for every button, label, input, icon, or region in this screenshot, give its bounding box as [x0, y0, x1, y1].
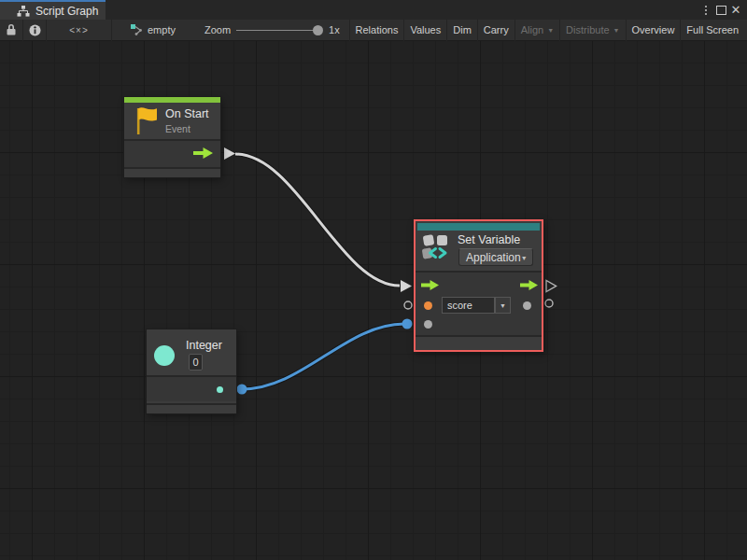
close-icon[interactable]: ✕ — [728, 0, 743, 20]
code-icon: <×> — [69, 25, 89, 35]
lock-button[interactable] — [0, 20, 23, 41]
flow-out-arrow-icon[interactable] — [520, 280, 538, 290]
integer-value-out-port[interactable] — [237, 385, 247, 395]
event-color-strip — [124, 97, 220, 103]
dim-button[interactable]: Dim — [446, 20, 477, 41]
setvariable-value-in-port[interactable] — [402, 319, 413, 329]
node-set-variable[interactable]: Set Variable Application ▼ score ▼ — [414, 219, 543, 352]
window-controls: ✕ — [698, 0, 743, 20]
tab-bar: Script Graph ✕ — [0, 0, 747, 20]
onstart-flow-out-port[interactable] — [224, 147, 235, 160]
info-icon — [29, 24, 41, 36]
variable-name-field[interactable]: score — [442, 297, 495, 314]
zoom-slider-track — [236, 30, 322, 31]
node-on-start[interactable]: On Start Event — [124, 97, 220, 177]
relations-button[interactable]: Relations — [349, 20, 404, 41]
tab-title: Script Graph — [35, 5, 98, 18]
toolbar-buttons: Relations Values Dim Carry Align▼ Distri… — [349, 20, 744, 41]
zoom-label: Zoom — [204, 24, 231, 35]
zoom-slider[interactable] — [236, 20, 322, 41]
code-view-button[interactable]: <×> — [47, 20, 112, 41]
chevron-down-icon: ▼ — [521, 255, 528, 261]
wire-integer-to-setvariable[interactable] — [242, 324, 404, 389]
script-graph-window: Script Graph ✕ <×> — [0, 0, 747, 560]
graph-icon — [17, 6, 30, 17]
setvariable-flow-in-port[interactable] — [401, 280, 412, 292]
node-integer[interactable]: Integer 0 — [147, 329, 236, 413]
distribute-button[interactable]: Distribute▼ — [559, 20, 625, 41]
carry-button[interactable]: Carry — [477, 20, 514, 41]
graph-reference[interactable]: empty — [131, 20, 176, 41]
graph-ref-label: empty — [148, 24, 176, 35]
node-title: Integer — [186, 339, 222, 352]
node-title: On Start — [165, 107, 209, 120]
overview-button[interactable]: Overview — [626, 20, 681, 41]
variable-name-port[interactable] — [424, 301, 432, 310]
setvariable-flow-out-port[interactable] — [546, 281, 557, 292]
node-subtitle: Event — [165, 123, 190, 134]
fullscreen-button[interactable]: Full Screen — [680, 20, 744, 41]
setvariable-name-in-port[interactable] — [404, 301, 412, 309]
chevron-down-icon: ▼ — [613, 27, 620, 34]
node-footer — [124, 167, 220, 177]
zoom-value: 1x — [329, 24, 340, 35]
tab-script-graph[interactable]: Script Graph — [0, 0, 106, 20]
integer-icon — [154, 345, 175, 366]
node-footer — [147, 403, 236, 413]
graph-toolbar: <×> empty Zoom 1x Relations Values Dim C… — [0, 20, 747, 41]
value-out-port[interactable] — [523, 301, 531, 310]
value-in-port[interactable] — [424, 320, 432, 329]
node-footer — [416, 335, 542, 350]
integer-value-field[interactable]: 0 — [189, 354, 203, 371]
variable-name-dropdown-button[interactable]: ▼ — [495, 297, 511, 314]
align-button[interactable]: Align▼ — [514, 20, 559, 41]
graph-canvas[interactable]: On Start Event Set Variable Application … — [0, 41, 747, 560]
flag-icon — [135, 106, 160, 135]
setvariable-color-strip — [417, 223, 540, 231]
zoom-slider-handle[interactable] — [313, 25, 323, 35]
values-button[interactable]: Values — [403, 20, 446, 41]
maximize-icon[interactable] — [713, 0, 728, 20]
wires-layer — [0, 41, 747, 560]
kebab-menu-icon[interactable] — [698, 0, 713, 20]
info-button[interactable] — [23, 20, 47, 41]
integer-out-port[interactable] — [217, 386, 223, 393]
lock-icon — [6, 23, 17, 36]
graph-pointer-icon — [131, 23, 144, 36]
variable-scope-dropdown[interactable]: Application ▼ — [458, 248, 533, 266]
flow-in-arrow-icon[interactable] — [421, 280, 439, 290]
setvariable-value-out-port[interactable] — [545, 300, 553, 307]
set-variable-icon — [422, 233, 450, 260]
chevron-down-icon: ▼ — [547, 27, 554, 34]
wire-onstart-to-setvariable[interactable] — [235, 154, 400, 286]
node-title: Set Variable — [458, 233, 520, 246]
flow-out-arrow-icon[interactable] — [193, 147, 213, 159]
chevron-down-icon: ▼ — [500, 302, 506, 309]
